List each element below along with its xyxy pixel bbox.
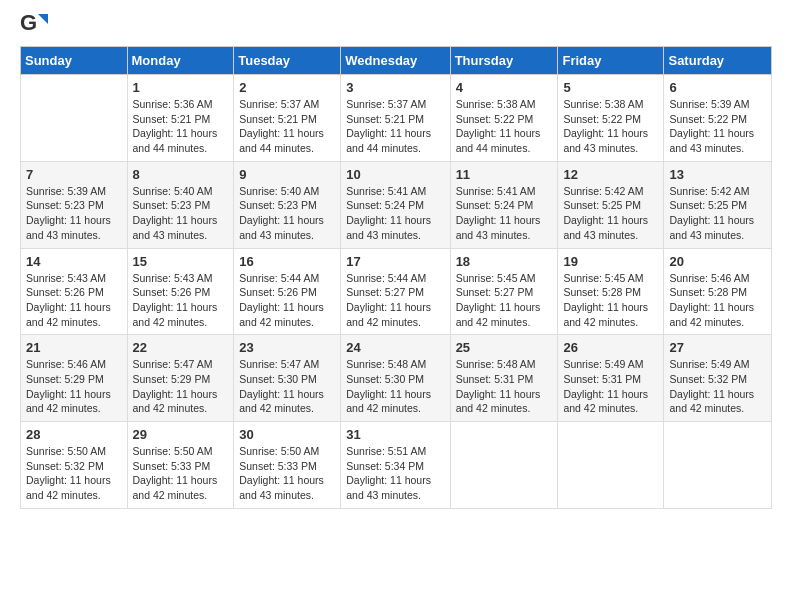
- calendar-cell: 15Sunrise: 5:43 AM Sunset: 5:26 PM Dayli…: [127, 248, 234, 335]
- day-info: Sunrise: 5:48 AM Sunset: 5:31 PM Dayligh…: [456, 357, 553, 416]
- day-info: Sunrise: 5:40 AM Sunset: 5:23 PM Dayligh…: [133, 184, 229, 243]
- day-info: Sunrise: 5:47 AM Sunset: 5:29 PM Dayligh…: [133, 357, 229, 416]
- calendar-cell: [558, 422, 664, 509]
- day-number: 17: [346, 254, 444, 269]
- calendar-cell: 13Sunrise: 5:42 AM Sunset: 5:25 PM Dayli…: [664, 161, 772, 248]
- day-info: Sunrise: 5:43 AM Sunset: 5:26 PM Dayligh…: [26, 271, 122, 330]
- calendar-cell: 6Sunrise: 5:39 AM Sunset: 5:22 PM Daylig…: [664, 75, 772, 162]
- day-number: 12: [563, 167, 658, 182]
- day-info: Sunrise: 5:43 AM Sunset: 5:26 PM Dayligh…: [133, 271, 229, 330]
- day-info: Sunrise: 5:50 AM Sunset: 5:32 PM Dayligh…: [26, 444, 122, 503]
- day-number: 26: [563, 340, 658, 355]
- day-info: Sunrise: 5:49 AM Sunset: 5:31 PM Dayligh…: [563, 357, 658, 416]
- day-number: 23: [239, 340, 335, 355]
- day-info: Sunrise: 5:41 AM Sunset: 5:24 PM Dayligh…: [456, 184, 553, 243]
- day-of-week-header: Tuesday: [234, 47, 341, 75]
- calendar-cell: 5Sunrise: 5:38 AM Sunset: 5:22 PM Daylig…: [558, 75, 664, 162]
- day-number: 2: [239, 80, 335, 95]
- day-number: 7: [26, 167, 122, 182]
- day-number: 25: [456, 340, 553, 355]
- calendar-cell: 1Sunrise: 5:36 AM Sunset: 5:21 PM Daylig…: [127, 75, 234, 162]
- day-info: Sunrise: 5:42 AM Sunset: 5:25 PM Dayligh…: [669, 184, 766, 243]
- calendar-cell: [21, 75, 128, 162]
- calendar-cell: 7Sunrise: 5:39 AM Sunset: 5:23 PM Daylig…: [21, 161, 128, 248]
- day-number: 6: [669, 80, 766, 95]
- day-info: Sunrise: 5:47 AM Sunset: 5:30 PM Dayligh…: [239, 357, 335, 416]
- day-number: 11: [456, 167, 553, 182]
- day-info: Sunrise: 5:39 AM Sunset: 5:23 PM Dayligh…: [26, 184, 122, 243]
- day-info: Sunrise: 5:44 AM Sunset: 5:26 PM Dayligh…: [239, 271, 335, 330]
- day-info: Sunrise: 5:41 AM Sunset: 5:24 PM Dayligh…: [346, 184, 444, 243]
- day-info: Sunrise: 5:46 AM Sunset: 5:29 PM Dayligh…: [26, 357, 122, 416]
- calendar-cell: 17Sunrise: 5:44 AM Sunset: 5:27 PM Dayli…: [341, 248, 450, 335]
- calendar-week-row: 1Sunrise: 5:36 AM Sunset: 5:21 PM Daylig…: [21, 75, 772, 162]
- day-number: 9: [239, 167, 335, 182]
- calendar-cell: 30Sunrise: 5:50 AM Sunset: 5:33 PM Dayli…: [234, 422, 341, 509]
- day-info: Sunrise: 5:46 AM Sunset: 5:28 PM Dayligh…: [669, 271, 766, 330]
- day-number: 16: [239, 254, 335, 269]
- day-info: Sunrise: 5:45 AM Sunset: 5:28 PM Dayligh…: [563, 271, 658, 330]
- calendar-week-row: 14Sunrise: 5:43 AM Sunset: 5:26 PM Dayli…: [21, 248, 772, 335]
- day-number: 19: [563, 254, 658, 269]
- day-of-week-header: Wednesday: [341, 47, 450, 75]
- day-info: Sunrise: 5:48 AM Sunset: 5:30 PM Dayligh…: [346, 357, 444, 416]
- calendar-cell: 3Sunrise: 5:37 AM Sunset: 5:21 PM Daylig…: [341, 75, 450, 162]
- calendar-cell: 21Sunrise: 5:46 AM Sunset: 5:29 PM Dayli…: [21, 335, 128, 422]
- day-info: Sunrise: 5:37 AM Sunset: 5:21 PM Dayligh…: [346, 97, 444, 156]
- day-info: Sunrise: 5:39 AM Sunset: 5:22 PM Dayligh…: [669, 97, 766, 156]
- calendar-cell: 8Sunrise: 5:40 AM Sunset: 5:23 PM Daylig…: [127, 161, 234, 248]
- day-info: Sunrise: 5:45 AM Sunset: 5:27 PM Dayligh…: [456, 271, 553, 330]
- day-info: Sunrise: 5:50 AM Sunset: 5:33 PM Dayligh…: [133, 444, 229, 503]
- day-info: Sunrise: 5:40 AM Sunset: 5:23 PM Dayligh…: [239, 184, 335, 243]
- day-info: Sunrise: 5:38 AM Sunset: 5:22 PM Dayligh…: [456, 97, 553, 156]
- logo: G: [20, 10, 52, 38]
- day-of-week-header: Monday: [127, 47, 234, 75]
- calendar-cell: 26Sunrise: 5:49 AM Sunset: 5:31 PM Dayli…: [558, 335, 664, 422]
- day-of-week-header: Friday: [558, 47, 664, 75]
- calendar-cell: 25Sunrise: 5:48 AM Sunset: 5:31 PM Dayli…: [450, 335, 558, 422]
- svg-marker-1: [38, 14, 48, 24]
- calendar-cell: 10Sunrise: 5:41 AM Sunset: 5:24 PM Dayli…: [341, 161, 450, 248]
- calendar-cell: 20Sunrise: 5:46 AM Sunset: 5:28 PM Dayli…: [664, 248, 772, 335]
- calendar-table: SundayMondayTuesdayWednesdayThursdayFrid…: [20, 46, 772, 509]
- day-number: 31: [346, 427, 444, 442]
- calendar-cell: 4Sunrise: 5:38 AM Sunset: 5:22 PM Daylig…: [450, 75, 558, 162]
- header: G: [20, 10, 772, 38]
- calendar-cell: 14Sunrise: 5:43 AM Sunset: 5:26 PM Dayli…: [21, 248, 128, 335]
- calendar-cell: 22Sunrise: 5:47 AM Sunset: 5:29 PM Dayli…: [127, 335, 234, 422]
- day-info: Sunrise: 5:44 AM Sunset: 5:27 PM Dayligh…: [346, 271, 444, 330]
- calendar-cell: 9Sunrise: 5:40 AM Sunset: 5:23 PM Daylig…: [234, 161, 341, 248]
- calendar-week-row: 28Sunrise: 5:50 AM Sunset: 5:32 PM Dayli…: [21, 422, 772, 509]
- calendar-week-row: 21Sunrise: 5:46 AM Sunset: 5:29 PM Dayli…: [21, 335, 772, 422]
- calendar-cell: 23Sunrise: 5:47 AM Sunset: 5:30 PM Dayli…: [234, 335, 341, 422]
- day-number: 5: [563, 80, 658, 95]
- day-number: 28: [26, 427, 122, 442]
- day-number: 14: [26, 254, 122, 269]
- day-number: 8: [133, 167, 229, 182]
- day-number: 15: [133, 254, 229, 269]
- day-of-week-header: Thursday: [450, 47, 558, 75]
- svg-text:G: G: [20, 10, 37, 35]
- day-info: Sunrise: 5:50 AM Sunset: 5:33 PM Dayligh…: [239, 444, 335, 503]
- calendar-cell: 19Sunrise: 5:45 AM Sunset: 5:28 PM Dayli…: [558, 248, 664, 335]
- day-info: Sunrise: 5:42 AM Sunset: 5:25 PM Dayligh…: [563, 184, 658, 243]
- day-info: Sunrise: 5:36 AM Sunset: 5:21 PM Dayligh…: [133, 97, 229, 156]
- day-number: 18: [456, 254, 553, 269]
- day-number: 10: [346, 167, 444, 182]
- day-number: 1: [133, 80, 229, 95]
- calendar-cell: 18Sunrise: 5:45 AM Sunset: 5:27 PM Dayli…: [450, 248, 558, 335]
- calendar-header-row: SundayMondayTuesdayWednesdayThursdayFrid…: [21, 47, 772, 75]
- day-number: 20: [669, 254, 766, 269]
- calendar-cell: 11Sunrise: 5:41 AM Sunset: 5:24 PM Dayli…: [450, 161, 558, 248]
- day-number: 3: [346, 80, 444, 95]
- calendar-cell: 12Sunrise: 5:42 AM Sunset: 5:25 PM Dayli…: [558, 161, 664, 248]
- calendar-cell: 16Sunrise: 5:44 AM Sunset: 5:26 PM Dayli…: [234, 248, 341, 335]
- day-of-week-header: Saturday: [664, 47, 772, 75]
- day-info: Sunrise: 5:51 AM Sunset: 5:34 PM Dayligh…: [346, 444, 444, 503]
- calendar-cell: 2Sunrise: 5:37 AM Sunset: 5:21 PM Daylig…: [234, 75, 341, 162]
- day-of-week-header: Sunday: [21, 47, 128, 75]
- day-number: 24: [346, 340, 444, 355]
- day-info: Sunrise: 5:49 AM Sunset: 5:32 PM Dayligh…: [669, 357, 766, 416]
- logo-icon: G: [20, 10, 48, 38]
- day-number: 30: [239, 427, 335, 442]
